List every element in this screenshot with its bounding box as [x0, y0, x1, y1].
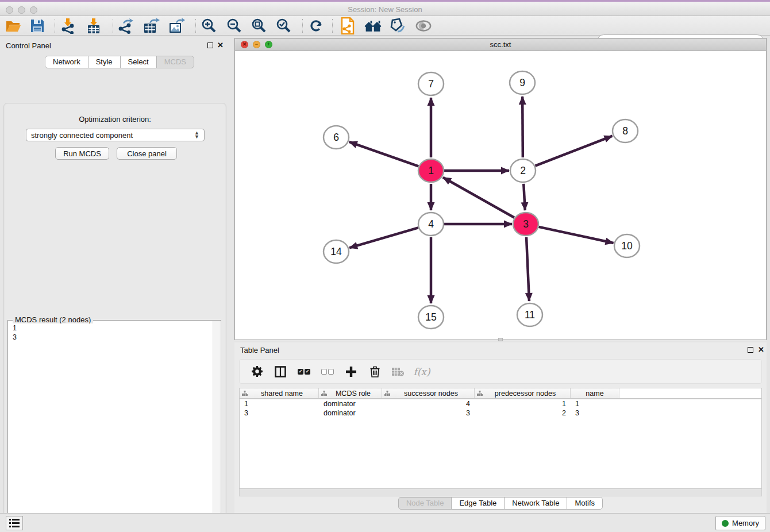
column-header-name[interactable]: name — [571, 388, 619, 398]
edge-2-8[interactable] — [535, 136, 612, 166]
node-table: shared nameMCDS rolesuccessor nodesprede… — [239, 388, 762, 489]
add-row-icon[interactable] — [344, 365, 358, 379]
tab-mcds[interactable]: MCDS — [156, 56, 194, 68]
node-15[interactable]: 15 — [418, 306, 444, 329]
table-close-icon[interactable]: ✕ — [758, 345, 764, 354]
control-panel-tabs: Network Style Select MCDS — [45, 56, 194, 68]
svg-text:6: 6 — [333, 132, 339, 143]
delete-icon[interactable] — [368, 365, 382, 379]
node-7[interactable]: 7 — [418, 72, 444, 95]
cell-predecessor-nodes[interactable]: 1 — [475, 400, 571, 408]
refresh-icon[interactable] — [307, 18, 325, 34]
open-file-icon[interactable] — [5, 18, 22, 34]
stepper-icon: ▲▼ — [194, 131, 199, 139]
edge-1-6[interactable] — [349, 142, 419, 166]
mcds-result-text[interactable]: 1 3 — [9, 323, 212, 532]
tab-edge-table[interactable]: Edge Table — [451, 497, 505, 510]
node-1[interactable]: 1 — [418, 159, 444, 182]
column-header-predecessor-nodes[interactable]: predecessor nodes — [475, 388, 571, 398]
control-panel-title: Control Panel — [6, 41, 51, 50]
float-panel-icon[interactable] — [207, 43, 213, 48]
node-10[interactable]: 10 — [614, 234, 640, 257]
node-6[interactable]: 6 — [324, 126, 349, 149]
node-3[interactable]: 3 — [513, 213, 538, 236]
list-icon — [9, 519, 20, 527]
columns-icon[interactable] — [274, 365, 287, 379]
home-icon[interactable] — [364, 18, 382, 34]
edge-3-1[interactable] — [443, 178, 514, 218]
edge-4-14[interactable] — [349, 228, 418, 248]
function-builder-icon[interactable]: f(x) — [415, 365, 429, 379]
svg-text:9: 9 — [519, 77, 525, 88]
task-history-button[interactable] — [6, 516, 23, 530]
cell-MCDS-role[interactable]: dominator — [319, 400, 382, 408]
optimization-criterion-select[interactable]: strongly connected component ▲▼ — [26, 129, 205, 141]
zoom-in-icon[interactable] — [200, 18, 217, 34]
control-panel: Control Panel ✕ Network Style Select MCD… — [0, 36, 234, 513]
edge-3-10[interactable] — [538, 227, 613, 243]
delete-table-icon[interactable] — [391, 365, 405, 379]
table-row[interactable]: 1dominator411 — [240, 399, 761, 408]
edge-2-3[interactable] — [523, 184, 525, 210]
table-hscrollbar[interactable] — [239, 489, 762, 496]
memory-status-icon — [722, 520, 729, 527]
node-2[interactable]: 2 — [510, 159, 536, 182]
export-image-icon[interactable] — [168, 18, 185, 34]
edge-3-11[interactable] — [526, 237, 529, 301]
cell-shared-name[interactable]: 3 — [240, 409, 319, 417]
tab-network[interactable]: Network — [45, 56, 88, 68]
run-mcds-button[interactable]: Run MCDS — [55, 147, 109, 160]
eye-icon[interactable] — [415, 18, 432, 34]
sort-hierarchy-icon — [242, 391, 248, 396]
cell-name[interactable]: 3 — [571, 409, 619, 417]
edge-2-9[interactable] — [522, 97, 523, 157]
node-8[interactable]: 8 — [613, 119, 638, 142]
close-panel-button[interactable]: Close panel — [117, 147, 177, 160]
cell-successor-nodes[interactable]: 4 — [382, 400, 475, 408]
cell-shared-name[interactable]: 1 — [240, 400, 319, 408]
deselect-all-icon[interactable] — [321, 365, 334, 379]
column-header-MCDS-role[interactable]: MCDS role — [319, 388, 382, 398]
close-panel-icon[interactable]: ✕ — [217, 41, 224, 49]
network-canvas[interactable]: 7968124314101511 — [235, 51, 766, 340]
label-icon[interactable] — [390, 18, 407, 34]
import-table-icon[interactable] — [85, 18, 102, 34]
window-resize-handle[interactable] — [498, 338, 503, 341]
export-network-icon[interactable] — [117, 18, 134, 34]
result-scrollbar[interactable] — [213, 321, 220, 532]
zoom-fit-icon[interactable] — [250, 18, 267, 34]
mcds-result-group: MCDS result (2 nodes) 1 3 — [7, 320, 221, 532]
settings-gear-icon[interactable] — [250, 365, 264, 379]
svg-text:8: 8 — [622, 125, 628, 137]
network-window-titlebar: ✕ − + scc.txt — [235, 38, 766, 51]
node-9[interactable]: 9 — [510, 71, 535, 94]
svg-text:15: 15 — [425, 311, 436, 323]
tab-select[interactable]: Select — [120, 56, 157, 68]
cell-predecessor-nodes[interactable]: 2 — [475, 409, 571, 417]
cell-successor-nodes[interactable]: 3 — [382, 409, 475, 417]
table-row[interactable]: 3dominator323 — [240, 408, 761, 418]
select-all-icon[interactable]: ✓✓ — [297, 365, 311, 379]
sort-hierarchy-icon — [384, 391, 390, 396]
cell-MCDS-role[interactable]: dominator — [319, 409, 382, 417]
svg-text:7: 7 — [428, 78, 434, 90]
column-header-shared-name[interactable]: shared name — [240, 388, 319, 398]
export-table-icon[interactable] — [143, 18, 160, 34]
tab-motifs[interactable]: Motifs — [567, 497, 603, 510]
table-float-icon[interactable] — [748, 347, 753, 353]
tab-style[interactable]: Style — [88, 56, 121, 68]
cell-name[interactable]: 1 — [571, 400, 619, 408]
mcds-panel: Optimization criterion: strongly connect… — [3, 103, 226, 532]
memory-button[interactable]: Memory — [715, 516, 765, 530]
node-14[interactable]: 14 — [324, 240, 349, 263]
node-4[interactable]: 4 — [418, 213, 444, 236]
network-from-file-icon[interactable] — [339, 18, 356, 34]
node-11[interactable]: 11 — [517, 303, 542, 326]
zoom-out-icon[interactable] — [225, 18, 242, 34]
tab-node-table[interactable]: Node Table — [398, 497, 452, 510]
tab-network-table[interactable]: Network Table — [504, 497, 567, 510]
zoom-selected-icon[interactable] — [275, 18, 292, 34]
column-header-successor-nodes[interactable]: successor nodes — [382, 388, 475, 398]
import-network-icon[interactable] — [60, 18, 77, 34]
save-session-icon[interactable] — [29, 18, 46, 34]
